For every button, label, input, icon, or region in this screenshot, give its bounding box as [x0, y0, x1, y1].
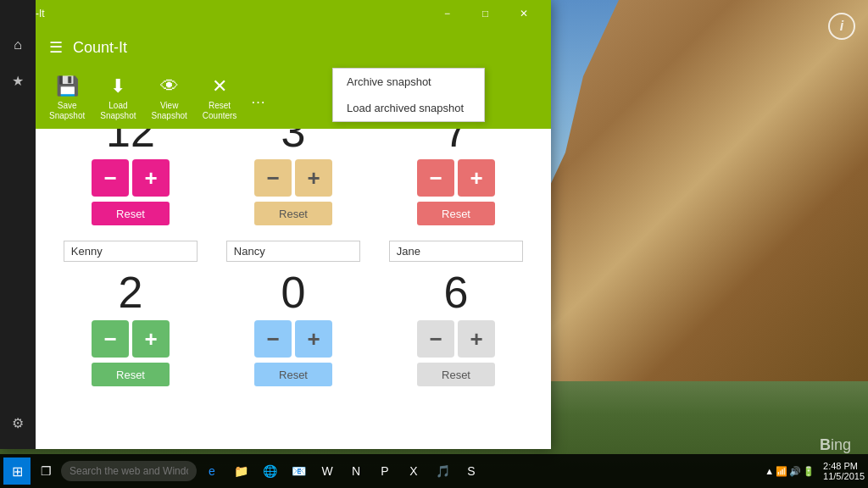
sidebar-home-icon[interactable]: ⌂ — [0, 27, 36, 63]
reset-counters-button[interactable]: ✕ ResetCounters — [198, 72, 242, 125]
minimize-button[interactable]: − — [428, 0, 466, 27]
tray-icon-battery: 🔋 — [803, 466, 815, 477]
window-title: Count-It — [8, 8, 428, 19]
minus-kenny[interactable]: − — [92, 320, 129, 358]
load-label: LoadSnapshot — [100, 101, 136, 121]
dropdown-menu: Archive snapshot Load archived snapshot — [332, 68, 485, 122]
counter-name-nancy[interactable] — [226, 241, 360, 262]
minus-nancy[interactable]: − — [254, 320, 292, 358]
taskbar-right: ▲ 📶 🔊 🔋 2:48 PM 11/5/2015 — [765, 461, 865, 481]
background-rocks — [512, 0, 868, 381]
counter-buttons-jimmy: − + — [254, 159, 332, 197]
counter-kenny: 2 − + Reset — [49, 237, 212, 390]
plus-jimmy[interactable]: + — [295, 159, 332, 197]
sidebar-settings-icon[interactable]: ⚙ — [0, 405, 36, 441]
taskbar-app-ie[interactable]: e — [198, 458, 225, 485]
app-title: Count-It — [73, 39, 127, 57]
taskbar-app-1[interactable]: 📁 — [227, 458, 254, 485]
task-view-button[interactable]: ❐ — [32, 458, 59, 485]
plus-tom[interactable]: + — [458, 159, 495, 197]
dropdown-archive-snapshot[interactable]: Archive snapshot — [333, 69, 484, 95]
counter-buttons-nancy: − + — [254, 320, 332, 358]
dropdown-load-archived-snapshot[interactable]: Load archived snapshot — [333, 95, 484, 121]
save-icon: 💾 — [56, 75, 79, 97]
counter-nancy: 0 − + Reset — [212, 237, 375, 390]
taskbar-app-4[interactable]: W — [314, 458, 341, 485]
bing-watermark: Bing — [820, 436, 851, 454]
view-label: ViewSnapshot — [152, 101, 187, 121]
counter-buttons-sarah: − + — [92, 159, 170, 197]
maximize-button[interactable]: □ — [466, 0, 504, 27]
start-button[interactable]: ⊞ — [3, 458, 31, 485]
app-window: Count-It − □ ✕ ⌂ ★ ⚙ ☰ Count-It 💾 SaveSn… — [0, 0, 551, 449]
close-button[interactable]: ✕ — [504, 0, 542, 27]
counter-jane: 6 − + Reset — [375, 237, 537, 390]
taskbar-app-7[interactable]: X — [400, 458, 427, 485]
reset-label: ResetCounters — [203, 101, 237, 121]
counter-value-nancy: 0 — [281, 269, 306, 317]
taskbar-app-3[interactable]: 📧 — [285, 458, 312, 485]
tray-icon-volume: 🔊 — [789, 466, 801, 477]
save-snapshot-button[interactable]: 💾 SaveSnapshot — [44, 72, 90, 125]
load-icon: ⬇ — [110, 75, 125, 97]
counter-buttons-kenny: − + — [92, 320, 170, 358]
plus-nancy[interactable]: + — [295, 320, 332, 358]
minus-jimmy[interactable]: − — [254, 159, 292, 197]
plus-sarah[interactable]: + — [132, 159, 170, 197]
taskbar-clock: 2:48 PM 11/5/2015 — [823, 461, 865, 481]
window-controls: − □ ✕ — [428, 0, 542, 27]
desktop: i Bing Count-It − □ ✕ ⌂ ★ ⚙ ☰ Count-It — [0, 0, 868, 488]
reset-nancy[interactable]: Reset — [254, 363, 332, 386]
taskbar-time: 2:48 PM — [823, 461, 865, 471]
taskbar-app-9[interactable]: S — [458, 458, 485, 485]
minus-jane[interactable]: − — [417, 320, 454, 358]
plus-jane[interactable]: + — [458, 320, 495, 358]
plus-kenny[interactable]: + — [132, 320, 170, 358]
hamburger-button[interactable]: ☰ — [49, 38, 63, 57]
save-label: SaveSnapshot — [49, 101, 85, 121]
reset-jane[interactable]: Reset — [417, 363, 495, 386]
counter-row-2: 2 − + Reset 0 − + Reset — [49, 237, 537, 390]
view-snapshot-button[interactable]: 👁 ViewSnapshot — [147, 72, 192, 125]
reset-icon: ✕ — [212, 75, 227, 97]
reset-jimmy[interactable]: Reset — [254, 202, 332, 225]
counter-value-jane: 6 — [444, 269, 469, 317]
sidebar-favorites-icon[interactable]: ★ — [0, 63, 36, 98]
taskbar-app-2[interactable]: 🌐 — [256, 458, 283, 485]
tray-icon-network: 📶 — [776, 466, 787, 477]
taskbar: ⊞ ❐ e 📁 🌐 📧 W N P X 🎵 S ▲ 📶 🔊 🔋 2:48 PM … — [0, 454, 868, 488]
reset-tom[interactable]: Reset — [417, 202, 495, 225]
tray-icon-1: ▲ — [765, 466, 774, 476]
minus-sarah[interactable]: − — [92, 159, 129, 197]
title-bar: Count-It − □ ✕ — [0, 0, 551, 27]
taskbar-app-8[interactable]: 🎵 — [429, 458, 456, 485]
counter-buttons-tom: − + — [417, 159, 495, 197]
info-icon[interactable]: i — [828, 13, 855, 40]
counter-name-kenny[interactable] — [64, 241, 198, 262]
load-snapshot-button[interactable]: ⬇ LoadSnapshot — [95, 72, 141, 125]
reset-kenny[interactable]: Reset — [92, 363, 170, 386]
taskbar-app-6[interactable]: P — [371, 458, 398, 485]
taskbar-date: 11/5/2015 — [823, 471, 865, 481]
taskbar-search[interactable] — [61, 461, 197, 481]
view-icon: 👁 — [160, 75, 179, 97]
minus-tom[interactable]: − — [417, 159, 454, 197]
system-tray: ▲ 📶 🔊 🔋 — [765, 466, 815, 477]
counter-buttons-jane: − + — [417, 320, 495, 358]
taskbar-app-5[interactable]: N — [342, 458, 370, 485]
sidebar: ⌂ ★ ⚙ — [0, 0, 36, 449]
counter-name-jane[interactable] — [389, 241, 523, 262]
app-header: ☰ Count-It — [36, 27, 551, 68]
counter-value-kenny: 2 — [119, 269, 143, 317]
more-options-button[interactable]: … — [247, 86, 269, 111]
reset-sarah[interactable]: Reset — [92, 202, 170, 225]
